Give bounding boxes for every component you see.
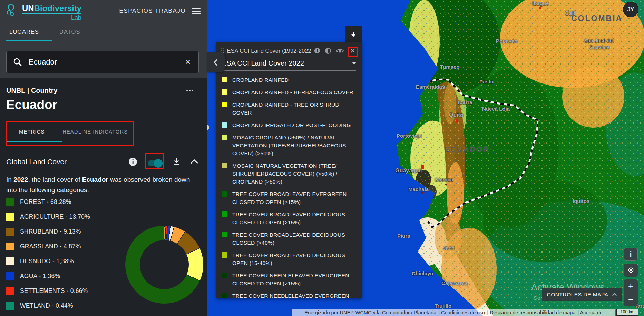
chevron-down-icon	[352, 62, 356, 65]
esa-panel-title: ESA CCI Land Cover (1992-2022)	[227, 48, 311, 54]
more-options-icon[interactable]	[185, 89, 194, 93]
legend-item: SETTLEMENTS - 0.66%	[6, 287, 120, 295]
sidebar-tabs: LUGARES DATOS	[0, 26, 207, 41]
layer-info-icon[interactable]	[314, 48, 320, 54]
esa-legend-list: CROPLAND RAINFED CROPLAND RAINFED - HERB…	[216, 71, 362, 298]
map-controls-toggle[interactable]: CONTROLES DE MAPA	[542, 288, 622, 301]
tab-metrics[interactable]: METRICS	[19, 129, 45, 135]
search-icon	[13, 57, 22, 67]
legend-color-chip	[222, 252, 227, 258]
map-controls-label: CONTROLES DE MAPA	[547, 292, 608, 298]
legend-color-chip	[222, 211, 227, 217]
global-land-cover-header: Global Land Cover	[6, 156, 199, 171]
legend-color-chip	[6, 272, 14, 280]
legend-item: WETLAND - 0.44%	[6, 302, 120, 310]
workspaces-button[interactable]: ESPACIOS TRABAJO	[119, 8, 186, 14]
collapse-chevron-icon[interactable]	[191, 159, 198, 165]
map-label: Guaviare	[589, 45, 610, 50]
legend-dock-button[interactable]	[345, 26, 362, 42]
esa-legend-label: TREE COVER NEEDLELEAVED EVERGREEN CLOSED…	[232, 292, 356, 298]
metric-tabs: METRICS HEADLINE INDICATORS	[6, 121, 134, 146]
esa-legend-label: MOSAIC NATURAL VEGETATION (TREE/ SHRUB/H…	[232, 162, 356, 186]
esa-layer-panel: ESA CCI Land Cover (1992-2022)	[216, 42, 362, 298]
close-icon[interactable]: ✕	[349, 47, 357, 55]
map-label: Cajamarca	[441, 280, 468, 286]
unbl-logo[interactable]: UNBiodiversity Lab	[6, 3, 81, 21]
legend-item: DESNUDO - 1,38%	[6, 257, 120, 265]
search-input[interactable]	[29, 58, 183, 67]
hexagon-logo-icon	[6, 3, 19, 19]
map-label: Nueva Loja	[482, 106, 510, 112]
layer-toggle[interactable]	[148, 160, 162, 166]
tab-lugares[interactable]: LUGARES	[9, 29, 39, 35]
esa-legend-label: MOSAIC CROPLAND (>50%) / NATURAL VEGETAT…	[232, 134, 356, 157]
sidebar-header: UNBiodiversity Lab ESPACIOS TRABAJO LUGA…	[0, 0, 207, 78]
map-attribution: Energizado por UNEP-WCMC y la Computador…	[292, 309, 615, 316]
legend-color-chip	[222, 89, 227, 95]
attribution-segment[interactable]: | Acerca de	[577, 310, 602, 315]
legend-color-chip	[222, 273, 227, 278]
esa-legend-item: TREE COVER BROADLEAVED EVERGREEN CLOSED …	[222, 190, 356, 206]
map-label: Esmeraldas	[416, 84, 445, 90]
legend-label: SETTLEMENTS - 0.66%	[20, 287, 88, 295]
logo-un: UN	[22, 3, 34, 13]
legend-label: DESNUDO - 1,38%	[20, 258, 74, 265]
tab-headline-indicators[interactable]: HEADLINE INDICATORS	[62, 129, 128, 135]
legend-color-chip	[6, 198, 14, 206]
layer-year-select[interactable]: ESA CCI Land Cover 2022	[222, 59, 356, 71]
clear-search-icon[interactable]: ✕	[183, 57, 192, 68]
esa-legend-item: CROPLAND RAINFED	[222, 76, 356, 84]
esa-legend-label: CROPLAND RAINFED - HERBACEOUS COVER	[232, 88, 353, 96]
visibility-eye-icon[interactable]	[336, 48, 344, 53]
download-icon[interactable]	[172, 157, 181, 168]
user-avatar[interactable]: JY	[623, 2, 638, 17]
esa-panel-header: ESA CCI Land Cover (1992-2022)	[216, 42, 362, 59]
search-box[interactable]: ✕	[6, 51, 199, 73]
legend-label: AGUA - 1,36%	[20, 273, 60, 280]
map-label: Portoviejo	[397, 133, 422, 139]
land-cover-legend: FOREST - 68.28% AGRICULTURE - 13.70% SHR…	[6, 198, 120, 316]
zoom-in-button[interactable]: +	[624, 279, 638, 293]
esa-legend-label: CROPLAND RAINFED	[232, 76, 289, 84]
attribution-segment[interactable]: Energizado por UNEP-WCMC y la Computador…	[304, 310, 436, 315]
map-label: San José del	[584, 38, 614, 43]
map-label: Piura	[397, 233, 410, 239]
map-info-button[interactable]: i	[624, 248, 638, 261]
opacity-icon[interactable]	[325, 48, 331, 54]
legend-color-chip	[222, 293, 227, 298]
scale-label: 100 km	[621, 309, 635, 314]
map-label: COLOMBIA	[571, 14, 623, 23]
map-label: Tumaco	[440, 64, 459, 70]
legend-label: FOREST - 68.28%	[20, 198, 71, 206]
metric-info-icon[interactable]	[128, 157, 137, 168]
metrics-tab-underline	[6, 141, 62, 142]
map-label: ECUADOR	[444, 145, 490, 154]
esa-legend-label: CROPLAND RAINFED - TREE OR SHRUB COVER	[232, 101, 356, 117]
logo-biodiversity: Biodiversity	[34, 3, 81, 13]
attribution-segment[interactable]: | Condiciones de uso	[438, 310, 485, 315]
esa-legend-item: CROPLAND RAINFED - TREE OR SHRUB COVER	[222, 101, 356, 117]
chevron-left-icon	[214, 59, 218, 66]
legend-color-chip	[6, 228, 14, 236]
map-locate-button[interactable]	[624, 264, 638, 277]
map-scale: 100 km	[616, 309, 638, 316]
zoom-out-button[interactable]: −	[624, 293, 638, 307]
logo-lab: Lab	[22, 14, 81, 21]
attribution-segment[interactable]: | Descargo de responsabilidad de mapa	[487, 310, 575, 315]
map-label: Chiclayo	[412, 270, 433, 276]
map-label: Iquitos	[573, 198, 589, 204]
map-label: Trujillo	[435, 303, 451, 309]
legend-label: SHRUBLAND - 9.13%	[20, 228, 81, 235]
legend-color-chip	[222, 191, 227, 197]
map-label: Guayaquil	[395, 168, 422, 174]
tab-datos[interactable]: DATOS	[59, 29, 80, 35]
map-label: Quito	[449, 112, 464, 118]
esa-legend-item: TREE COVER NEEDLELEAVED EVERGREEN CLOSED…	[222, 271, 356, 287]
esa-legend-item: CROPLAND RAINFED - HERBACEOUS COVER	[222, 88, 356, 96]
esa-legend-item: TREE COVER BROADLEAVED DECIDUOUS CLOSED …	[222, 231, 356, 247]
menu-icon[interactable]	[192, 8, 201, 16]
arrow-down-icon	[350, 31, 357, 38]
sidebar-collapse-button[interactable]	[207, 52, 225, 72]
sidebar-body: UNBL | Country Ecuador METRICS HEADLINE …	[0, 78, 207, 316]
legend-label: WETLAND - 0.44%	[20, 302, 73, 309]
